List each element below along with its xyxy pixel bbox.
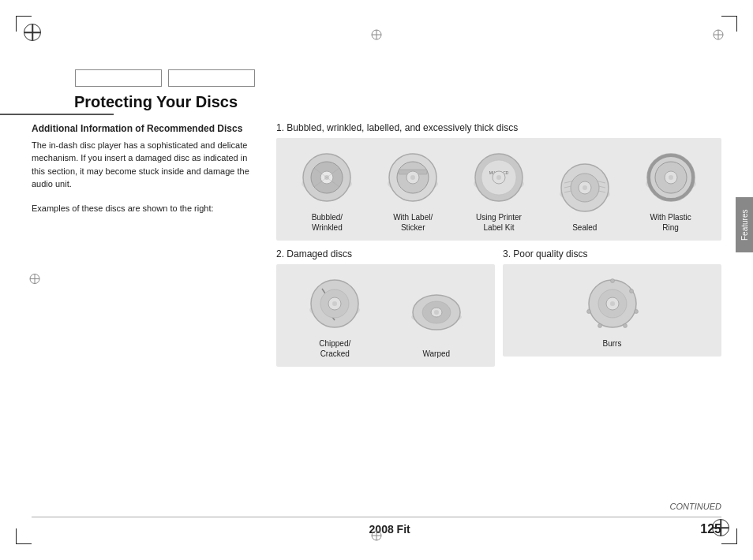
page-title-bar: Protecting Your Discs	[74, 93, 721, 115]
footer-page: 125	[700, 522, 721, 536]
disc-item-sealed: Sealed	[549, 161, 620, 233]
disc-item-burrs: Burrs	[577, 277, 648, 349]
nav-box-1[interactable]	[75, 69, 162, 87]
section-heading: Additional Information of Recommended Di…	[32, 122, 260, 136]
disc-label-bubbled: Bubbled/Wrinkled	[312, 212, 343, 233]
section2-disc-row: Chipped/Cracked	[284, 277, 487, 359]
svg-point-56	[598, 324, 601, 328]
svg-point-57	[586, 310, 590, 314]
disc-label-warped: Warped	[422, 349, 450, 359]
svg-point-52	[610, 279, 614, 283]
features-tab: Features	[736, 197, 753, 252]
disc-label-plastic-ring: With PlasticRing	[650, 212, 691, 233]
disc-item-chipped: Chipped/Cracked	[299, 277, 370, 359]
disc-item-plastic-ring: With PlasticRing	[635, 151, 706, 233]
disc-item-bubbled: Bubbled/Wrinkled	[291, 151, 362, 233]
disc-item-sticker: With Label/Sticker	[377, 151, 448, 233]
svg-point-60	[610, 301, 615, 306]
examples-text: Examples of these discs are shown to the…	[32, 202, 260, 215]
disc-label-printer: Using PrinterLabel Kit	[476, 212, 522, 233]
disc-svg-sealed	[556, 161, 613, 218]
disc-svg-plastic-ring	[642, 151, 699, 207]
section3-box: Burrs	[503, 264, 721, 357]
crosshair-bottom	[370, 529, 383, 544]
svg-point-54	[634, 310, 638, 314]
svg-point-21	[410, 175, 415, 180]
disc-svg-chipped	[306, 277, 363, 334]
content-area: Additional Information of Recommended Di…	[32, 122, 721, 497]
section2-box: Chipped/Cracked	[276, 264, 495, 367]
section3: 3. Poor quality discs	[503, 248, 721, 367]
disc-svg-sticker	[384, 151, 441, 207]
section-body: The in-dash disc player has a sophistica…	[32, 139, 260, 191]
section3-disc-row: Burrs	[511, 277, 714, 349]
section2: 2. Damaged discs	[276, 248, 495, 367]
section1-label: 1. Bubbled, wrinkled, labelled, and exce…	[276, 122, 721, 133]
disc-item-warped: Warped	[401, 287, 472, 359]
section1-box: Bubbled/Wrinkled With Label/Sticker	[276, 138, 721, 241]
left-column: Additional Information of Recommended Di…	[32, 122, 276, 497]
reg-circle-tl	[24, 24, 41, 41]
section3-label: 3. Poor quality discs	[503, 248, 721, 259]
disc-label-sticker: With Label/Sticker	[393, 212, 433, 233]
disc-label-burrs: Burrs	[603, 338, 622, 349]
title-underline	[0, 114, 114, 115]
section2-label: 2. Damaged discs	[276, 248, 495, 259]
svg-point-55	[623, 324, 627, 328]
svg-point-53	[629, 289, 633, 293]
svg-point-49	[434, 310, 439, 315]
continued-text: CONTINUED	[670, 502, 721, 511]
disc-svg-warped	[408, 287, 465, 344]
svg-point-28	[496, 175, 501, 180]
disc-label-sealed: Sealed	[572, 222, 597, 233]
right-column: 1. Bubbled, wrinkled, labelled, and exce…	[276, 122, 721, 497]
disc-svg-burrs	[584, 277, 641, 334]
svg-point-39	[669, 175, 673, 180]
page-title: Protecting Your Discs	[74, 93, 721, 111]
sections-2-3: 2. Damaged discs	[276, 248, 721, 367]
disc-svg-bubbled	[298, 151, 355, 207]
crosshair-tr	[712, 28, 725, 43]
disc-label-chipped: Chipped/Cracked	[319, 338, 350, 359]
section1-disc-row: Bubbled/Wrinkled With Label/Sticker	[284, 151, 714, 233]
svg-point-33	[583, 185, 587, 190]
top-nav-boxes	[75, 69, 255, 87]
disc-svg-printer: MUSIC CD ●●●	[470, 151, 527, 207]
nav-box-2[interactable]	[168, 69, 255, 87]
crosshair-top	[370, 28, 383, 43]
svg-point-44	[332, 301, 337, 306]
disc-item-printer: MUSIC CD ●●● Using PrinterLabel Kit	[463, 151, 534, 233]
